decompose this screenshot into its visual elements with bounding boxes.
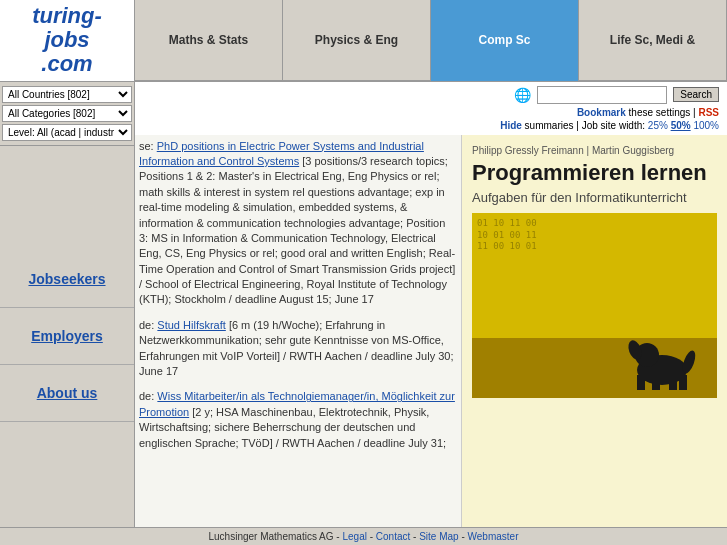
job-body-1: [3 positions/3 research topics; Position…: [139, 155, 455, 306]
hide-link[interactable]: Hide: [500, 120, 522, 131]
job-prefix-2: de:: [139, 319, 157, 331]
sidebar-item-jobseekers[interactable]: Jobseekers: [0, 251, 134, 308]
footer-company: Luchsinger Mathematics AG: [209, 531, 334, 542]
bookmark-link[interactable]: Bookmark: [577, 107, 626, 118]
ad-title: Programmieren lernen: [472, 160, 717, 186]
footer: Luchsinger Mathematics AG - Legal - Cont…: [0, 527, 727, 545]
width-25-link[interactable]: 25%: [648, 120, 668, 131]
main-area: All Countries [802] All Categories [802]…: [0, 82, 727, 527]
ad-code-pattern: 01 10 11 0010 01 00 1111 00 10 01: [477, 218, 537, 253]
svg-rect-4: [652, 375, 660, 390]
content-area: 🌐 Search Bookmark these settings | RSS H…: [135, 82, 727, 527]
ad-subtitle: Aufgaben für den Informatikunterricht: [472, 190, 717, 205]
svg-rect-5: [669, 375, 677, 390]
categories-filter-row: All Categories [802]: [2, 105, 132, 122]
footer-sitemap-link[interactable]: Site Map: [419, 531, 458, 542]
sidebar-item-employers[interactable]: Employers: [0, 308, 134, 365]
job-prefix-1: se:: [139, 140, 157, 152]
footer-webmaster-link[interactable]: Webmaster: [468, 531, 519, 542]
countries-select[interactable]: All Countries [802]: [2, 86, 132, 103]
globe-icon: 🌐: [514, 87, 531, 103]
level-filter-row: Level: All (acad | industry): [2, 124, 132, 141]
ad-panel: Philipp Gressly Freimann | Martin Guggis…: [462, 135, 727, 527]
app-container: turing- jobs .com Maths & Stats Physics …: [0, 0, 727, 545]
categories-select[interactable]: All Categories [802]: [2, 105, 132, 122]
ad-dog-silhouette: [617, 320, 707, 390]
search-input[interactable]: [537, 86, 667, 104]
svg-rect-3: [637, 375, 645, 390]
sidebar-item-aboutus[interactable]: About us: [0, 365, 134, 422]
ad-authors: Philipp Gressly Freimann | Martin Guggis…: [472, 145, 717, 156]
filter-area: All Countries [802] All Categories [802]…: [0, 82, 134, 146]
job-entry-1: se: PhD positions in Electric Power Syst…: [139, 139, 457, 308]
width-100-link[interactable]: 100%: [693, 120, 719, 131]
content-panels: se: PhD positions in Electric Power Syst…: [135, 135, 727, 527]
ad-content: Philipp Gressly Freimann | Martin Guggis…: [462, 135, 727, 408]
tab-lifesc[interactable]: Life Sc, Medi &: [579, 0, 727, 81]
jobs-panel[interactable]: se: PhD positions in Electric Power Syst…: [135, 135, 462, 527]
job-entry-2: de: Stud Hilfskraft [6 m (19 h/Woche); E…: [139, 318, 457, 380]
tab-compsc[interactable]: Comp Sc: [431, 0, 579, 81]
ad-author1: Philipp Gressly Freimann: [472, 145, 584, 156]
logo-area: turing- jobs .com: [0, 0, 135, 81]
ad-scroll[interactable]: Philipp Gressly Freimann | Martin Guggis…: [462, 135, 727, 527]
ad-image: 01 10 11 0010 01 00 1111 00 10 01: [472, 213, 717, 398]
job-title-2[interactable]: Stud Hilfskraft: [157, 319, 225, 331]
job-prefix-3: de:: [139, 390, 157, 402]
countries-filter-row: All Countries [802]: [2, 86, 132, 103]
tab-physics[interactable]: Physics & Eng: [283, 0, 431, 81]
footer-legal-link[interactable]: Legal: [342, 531, 366, 542]
rss-link[interactable]: RSS: [698, 107, 719, 118]
svg-rect-6: [679, 375, 687, 390]
content-top-wrapper: 🌐 Search Bookmark these settings | RSS H…: [135, 82, 727, 135]
ad-author2: Martin Guggisberg: [592, 145, 674, 156]
tabs-area: Maths & Stats Physics & Eng Comp Sc Life…: [135, 0, 727, 81]
level-select[interactable]: Level: All (acad | industry): [2, 124, 132, 141]
width-50-link[interactable]: 50%: [671, 120, 691, 131]
footer-contact-link[interactable]: Contact: [376, 531, 410, 542]
sidebar-nav: Jobseekers Employers About us: [0, 146, 134, 527]
search-button[interactable]: Search: [673, 87, 719, 102]
job-entry-3: de: Wiss Mitarbeiter/in als Technolgiema…: [139, 389, 457, 451]
tab-maths[interactable]: Maths & Stats: [135, 0, 283, 81]
sidebar: All Countries [802] All Categories [802]…: [0, 82, 135, 527]
logo: turing- jobs .com: [32, 4, 102, 77]
top-nav: turing- jobs .com Maths & Stats Physics …: [0, 0, 727, 82]
